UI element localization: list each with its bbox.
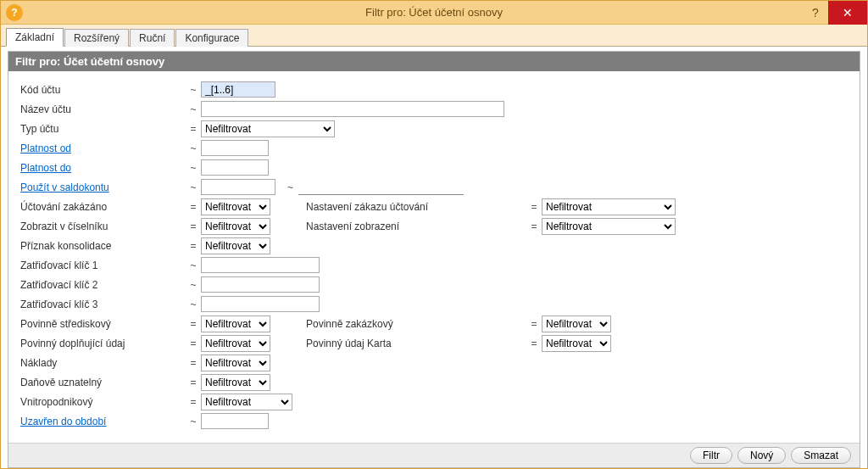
input-zatr1[interactable] [201,257,320,273]
new-button[interactable]: Nový [737,447,786,464]
label-pov-zakazkovy: Povinně zakázkový [306,318,526,330]
window-title: Filtr pro: Účet účetní osnovy [1,6,867,19]
link-uzavren-do[interactable]: Uzavřen do období [20,416,106,427]
close-button[interactable]: ✕ [828,1,867,25]
tabstrip: Základní Rozšířený Ruční Konfigurace [1,25,867,47]
label-zatr2: Zatřiďovací klíč 2 [20,279,186,291]
label-vnitropodnik: Vnitropodnikový [20,396,186,408]
filter-panel: Filtr pro: Účet účetní osnovy Kód účtu ~… [8,51,860,468]
select-naklady[interactable]: Nefiltrovat [201,355,270,371]
input-saldo-2[interactable] [298,180,464,195]
window-controls: ? ✕ [803,1,867,25]
select-vnitropodnik[interactable]: Nefiltrovat [201,394,292,410]
select-pov-karta[interactable]: Nefiltrovat [542,335,611,352]
input-zatr3[interactable] [201,296,320,312]
label-pov-karta: Povinný údaj Karta [306,338,526,349]
link-platnost-od[interactable]: Platnost od [20,142,71,154]
label-typ-uctu: Typ účtu [20,123,186,135]
panel-title: Filtr pro: Účet účetní osnovy [8,52,860,71]
clear-button[interactable]: Smazat [791,447,851,464]
label-nastaveni-zakazu: Nastavení zákazu účtování [306,201,526,213]
panel-body: Kód účtu ~ Název účtu ~ Typ účtu [8,71,860,443]
tab-manual[interactable]: Ruční [130,29,175,47]
select-pov-dopln[interactable]: Nefiltrovat [201,335,270,352]
input-kod-uctu[interactable] [201,81,275,98]
select-danove-uzn[interactable]: Nefiltrovat [201,374,270,391]
select-typ-uctu[interactable]: Nefiltrovat [201,120,335,137]
label-zobrazit-ciselnik: Zobrazit v číselníku [20,221,186,232]
input-platnost-do[interactable] [201,159,269,176]
input-saldo-1[interactable] [201,179,275,195]
label-uctovani-zakazano: Účtování zakázáno [20,201,186,213]
label-pov-strediskovy: Povinně střediskový [20,318,186,330]
select-uctovani-zakazano[interactable]: Nefiltrovat [201,198,270,215]
label-nazev-uctu: Název účtu [20,103,186,115]
label-nastaveni-zobrazeni: Nastavení zobrazení [306,221,526,232]
input-nazev-uctu[interactable] [201,101,504,117]
link-saldokonto[interactable]: Použít v saldokontu [20,181,109,193]
op-tilde: ~ [186,84,201,96]
label-priznak-konsolidace: Příznak konsolidace [20,240,186,252]
select-zobrazit-ciselnik[interactable]: Nefiltrovat [201,218,270,235]
help-button[interactable]: ? [803,1,828,25]
input-uzavren-do[interactable] [201,413,269,429]
label-kod-uctu: Kód účtu [20,84,186,96]
select-pov-zakazkovy[interactable]: Nefiltrovat [542,315,611,332]
link-platnost-do[interactable]: Platnost do [20,162,71,174]
input-zatr2[interactable] [201,276,320,293]
content: Filtr pro: Účet účetní osnovy Kód účtu ~… [1,47,867,468]
footer: Filtr Nový Smazat [8,443,860,467]
titlebar: ? Filtr pro: Účet účetní osnovy ? ✕ [1,1,867,25]
filter-window: ? Filtr pro: Účet účetní osnovy ? ✕ Zákl… [0,0,868,469]
label-zatr1: Zatřiďovací klíč 1 [20,260,186,271]
select-nastaveni-zobrazeni[interactable]: Nefiltrovat [542,218,676,235]
select-pov-strediskovy[interactable]: Nefiltrovat [201,315,270,332]
tab-extended[interactable]: Rozšířený [64,29,129,47]
label-pov-dopln: Povinný doplňující údaj [20,338,186,349]
label-danove-uzn: Daňově uznatelný [20,377,186,388]
label-naklady: Náklady [20,357,186,369]
filter-button[interactable]: Filtr [690,447,732,464]
tab-basic[interactable]: Základní [6,28,64,47]
select-priznak-konsolidace[interactable]: Nefiltrovat [201,237,270,254]
tab-config[interactable]: Konfigurace [175,29,248,47]
select-nastaveni-zakazu[interactable]: Nefiltrovat [542,198,676,215]
label-zatr3: Zatřiďovací klíč 3 [20,299,186,310]
input-platnost-od[interactable] [201,140,269,156]
